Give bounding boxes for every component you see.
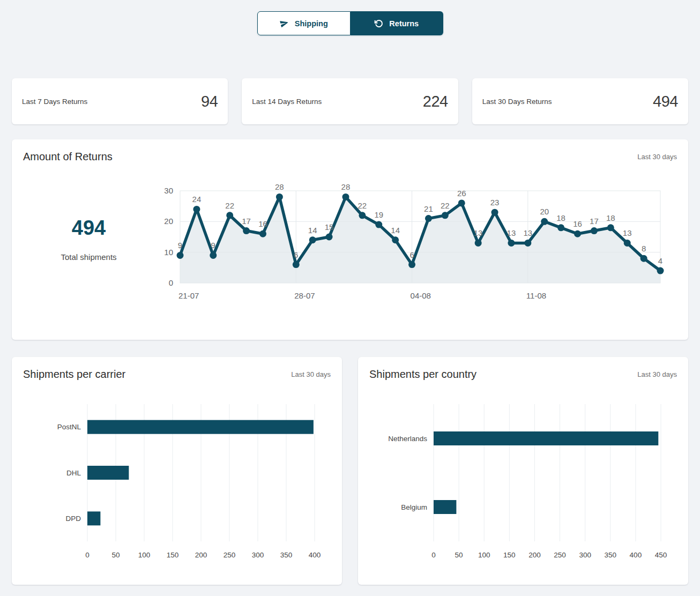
svg-text:350: 350 xyxy=(280,551,293,559)
svg-text:22: 22 xyxy=(358,201,367,210)
stat-label: Last 30 Days Returns xyxy=(482,98,552,106)
svg-text:16: 16 xyxy=(258,219,267,228)
svg-text:23: 23 xyxy=(490,198,500,207)
svg-text:17: 17 xyxy=(590,217,599,226)
carrier-bar-chart-svg: 050100150200250300350400PostNLDHLDPD xyxy=(23,401,330,562)
tab-returns[interactable]: Returns xyxy=(351,11,443,35)
svg-text:04-08: 04-08 xyxy=(411,291,431,300)
svg-text:16: 16 xyxy=(573,219,582,228)
svg-text:22: 22 xyxy=(225,201,234,210)
rotate-ccw-icon xyxy=(375,19,383,28)
shipments-per-country-card: Shipments per country Last 30 days 05010… xyxy=(358,357,688,585)
svg-text:21: 21 xyxy=(424,204,433,213)
svg-text:50: 50 xyxy=(455,551,463,559)
stat-label: Last 7 Days Returns xyxy=(22,98,87,106)
stat-card-last-14-days: Last 14 Days Returns 224 xyxy=(242,78,458,124)
svg-text:19: 19 xyxy=(374,210,383,219)
svg-text:13: 13 xyxy=(523,228,532,237)
svg-text:13: 13 xyxy=(474,228,483,237)
svg-text:4: 4 xyxy=(658,256,662,265)
stat-card-last-7-days: Last 7 Days Returns 94 xyxy=(12,78,228,124)
svg-text:400: 400 xyxy=(630,551,642,559)
card-title: Amount of Returns xyxy=(23,151,113,163)
svg-text:20: 20 xyxy=(540,207,549,216)
svg-text:300: 300 xyxy=(579,551,591,559)
returns-summary: 494 Total shipments xyxy=(23,183,154,308)
svg-text:28: 28 xyxy=(275,182,284,191)
svg-text:30: 30 xyxy=(164,186,173,195)
card-title: Shipments per carrier xyxy=(23,368,125,381)
stat-label: Last 14 Days Returns xyxy=(252,98,322,106)
svg-text:6: 6 xyxy=(294,250,298,259)
svg-text:13: 13 xyxy=(623,228,632,237)
svg-text:DPD: DPD xyxy=(65,515,81,523)
svg-text:10: 10 xyxy=(164,248,173,257)
country-bar-chart-svg: 050100150200250300350400450NetherlandsBe… xyxy=(369,401,676,562)
amount-of-returns-card: Amount of Returns Last 30 days 494 Total… xyxy=(12,139,688,340)
returns-dashboard: Shipping Returns Last 7 Days Returns 94 … xyxy=(0,0,700,596)
returns-line-chart-svg: 010203021-0728-0704-0811-089249221716286… xyxy=(154,183,664,308)
svg-text:26: 26 xyxy=(457,189,466,198)
stat-value: 94 xyxy=(201,93,218,110)
stat-value: 494 xyxy=(653,93,678,110)
total-returns-value: 494 xyxy=(23,217,154,240)
svg-text:21-07: 21-07 xyxy=(178,291,199,300)
svg-text:400: 400 xyxy=(309,551,321,559)
svg-text:100: 100 xyxy=(138,551,151,559)
shipping-returns-toggle: Shipping Returns xyxy=(257,11,443,35)
country-bar-chart: 050100150200250300350400450NetherlandsBe… xyxy=(369,401,677,562)
svg-text:150: 150 xyxy=(503,551,516,559)
bottom-row: Shipments per carrier Last 30 days 05010… xyxy=(12,357,688,585)
svg-text:PostNL: PostNL xyxy=(57,423,81,431)
svg-text:200: 200 xyxy=(195,551,207,559)
svg-text:18: 18 xyxy=(556,213,565,222)
stats-row: Last 7 Days Returns 94 Last 14 Days Retu… xyxy=(12,78,688,124)
svg-text:350: 350 xyxy=(605,551,617,559)
period-label: Last 30 days xyxy=(291,368,331,378)
svg-text:22: 22 xyxy=(441,201,450,210)
svg-text:8: 8 xyxy=(642,244,646,253)
svg-text:17: 17 xyxy=(242,217,251,226)
svg-text:0: 0 xyxy=(169,278,173,287)
svg-text:300: 300 xyxy=(252,551,264,559)
svg-text:150: 150 xyxy=(167,551,179,559)
svg-text:0: 0 xyxy=(85,551,90,559)
svg-text:50: 50 xyxy=(111,551,120,559)
returns-chart-body: 494 Total shipments 010203021-0728-0704-… xyxy=(23,183,677,308)
svg-text:450: 450 xyxy=(655,551,667,559)
period-label: Last 30 days xyxy=(637,151,677,161)
svg-text:24: 24 xyxy=(192,195,202,204)
svg-text:14: 14 xyxy=(308,226,317,235)
tab-returns-label: Returns xyxy=(389,19,419,28)
shipments-per-carrier-card: Shipments per carrier Last 30 days 05010… xyxy=(12,357,342,585)
card-header: Amount of Returns Last 30 days xyxy=(23,151,677,163)
svg-text:6: 6 xyxy=(409,250,414,259)
svg-text:14: 14 xyxy=(391,226,400,235)
stat-card-last-30-days: Last 30 Days Returns 494 xyxy=(472,78,688,124)
svg-text:28: 28 xyxy=(341,182,351,191)
toggle-row: Shipping Returns xyxy=(12,0,688,35)
svg-text:200: 200 xyxy=(528,551,541,559)
svg-text:250: 250 xyxy=(554,551,566,559)
svg-text:20: 20 xyxy=(164,217,173,226)
card-title: Shipments per country xyxy=(369,368,476,381)
svg-text:18: 18 xyxy=(606,213,615,222)
svg-text:250: 250 xyxy=(224,551,236,559)
svg-text:13: 13 xyxy=(507,228,516,237)
svg-text:DHL: DHL xyxy=(66,469,81,477)
svg-text:0: 0 xyxy=(431,551,436,559)
card-header: Shipments per carrier Last 30 days xyxy=(23,368,331,381)
svg-text:100: 100 xyxy=(478,551,490,559)
card-header: Shipments per country Last 30 days xyxy=(369,368,677,381)
period-label: Last 30 days xyxy=(637,368,677,378)
svg-text:15: 15 xyxy=(325,222,334,232)
returns-line-chart: 010203021-0728-0704-0811-089249221716286… xyxy=(154,183,677,308)
svg-text:Netherlands: Netherlands xyxy=(388,435,427,443)
svg-text:11-08: 11-08 xyxy=(526,291,546,300)
svg-text:9: 9 xyxy=(211,241,215,250)
svg-text:Belgium: Belgium xyxy=(401,503,427,511)
tab-shipping[interactable]: Shipping xyxy=(257,11,351,35)
svg-text:9: 9 xyxy=(178,241,182,250)
paper-plane-icon xyxy=(279,18,290,29)
svg-text:28-07: 28-07 xyxy=(294,291,315,300)
